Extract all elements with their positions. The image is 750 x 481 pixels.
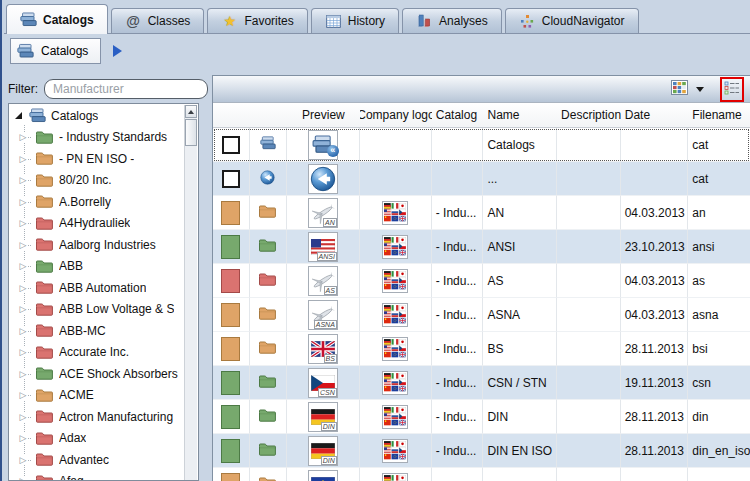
column-header-catalog[interactable]: Catalog [432, 103, 484, 127]
tree-collapsed-arrow-icon[interactable]: ▷ [18, 326, 28, 336]
column-header-company-logo[interactable]: Company logo [360, 103, 432, 127]
catalogs-button[interactable]: Catalogs [10, 38, 101, 64]
type-icon-cell [250, 332, 287, 366]
tree-collapsed-arrow-icon[interactable]: ▷ [18, 218, 28, 228]
folder-icon [258, 306, 277, 324]
status-color-orange [221, 201, 240, 225]
tree-item-catalogs-root[interactable]: Catalogs [11, 105, 184, 127]
tree-collapsed-arrow-icon[interactable]: ▷ [18, 175, 28, 185]
column-header-description[interactable]: Description [557, 103, 621, 127]
table-header: PreviewCompany logoCatalogNameDescriptio… [213, 103, 750, 128]
scrollbar-thumb[interactable] [185, 119, 197, 146]
filename-cell: asna [688, 298, 750, 332]
scroll-up-button[interactable] [185, 105, 197, 118]
type-icon-cell [250, 400, 287, 434]
tree-expanded-arrow-icon[interactable] [15, 112, 22, 119]
tree-item-adax[interactable]: ▷ Adax [11, 428, 184, 450]
tree-item-afag[interactable]: ▷ Afag [11, 471, 184, 481]
tree-item-label: ACME [59, 388, 94, 402]
tab-history[interactable]: History [311, 8, 399, 33]
tree-item-abb-automation[interactable]: ▷ ABB Automation [11, 277, 184, 299]
tree-item-ace-shock-absorbers[interactable]: ▷ ACE Shock Absorbers [11, 363, 184, 385]
tree-collapsed-arrow-icon[interactable]: ▷ [18, 261, 28, 271]
table-row-din[interactable]: DIN - Indu... DIN 28.11.2013 din [213, 400, 750, 434]
preview-cell [287, 468, 361, 481]
table-row-catalogs[interactable]: « Catalogs cat [213, 128, 750, 162]
column-header-filename[interactable]: Filename [688, 103, 750, 127]
preview-label: AN [323, 218, 337, 227]
column-header-name[interactable]: Name [483, 103, 557, 127]
tree-item-abb-low-voltage-s[interactable]: ▷ ABB Low Voltage & S [11, 299, 184, 321]
tab-favorites[interactable]: ★ Favorites [207, 8, 307, 33]
column-header[interactable] [250, 103, 287, 127]
row-checkbox[interactable] [222, 136, 240, 154]
tree-collapsed-arrow-icon[interactable]: ▷ [18, 369, 28, 379]
tree-item-a4hydrauliek[interactable]: ▷ A4Hydrauliek [11, 213, 184, 235]
tree-item-aalborg-industries[interactable]: ▷ Aalborg Industries [11, 234, 184, 256]
tree-item-a-borrelly[interactable]: ▷ A.Borrelly [11, 191, 184, 213]
tree-item-label: Adax [59, 431, 86, 445]
details-view-button[interactable] [720, 77, 744, 102]
tree-item-pn-en-iso[interactable]: ▷ - PN EN ISO - [11, 148, 184, 170]
tree-collapsed-arrow-icon[interactable]: ▷ [18, 154, 28, 164]
status-color-red [221, 269, 240, 293]
tree-collapsed-arrow-icon[interactable]: ▷ [18, 455, 28, 465]
tab-catalogs[interactable]: Catalogs [6, 4, 108, 34]
tab-label: CloudNavigator [542, 14, 625, 28]
tree-item-industry-standards[interactable]: ▷ - Industry Standards [11, 127, 184, 149]
folder-icon [35, 409, 54, 424]
company-logo-flags [382, 371, 408, 395]
dropdown-arrow-icon[interactable] [696, 87, 704, 92]
table-row-csn-stn[interactable]: CSN - Indu... CSN / STN 19.11.2013 csn [213, 366, 750, 400]
name-cell: ASNA [483, 298, 557, 332]
grid-view-button[interactable] [671, 80, 688, 98]
table-row-ansi[interactable]: ANSI - Indu... ANSI 23.10.2013 ansi [213, 230, 750, 264]
table-row-[interactable]: ... cat [213, 162, 750, 196]
table-row-an[interactable]: AN - Indu... AN 04.03.2013 an [213, 196, 750, 230]
books-icon [260, 136, 276, 153]
tree-item-80-20-inc[interactable]: ▷ 80/20 Inc. [11, 170, 184, 192]
table-row-asna[interactable]: ASNA - Indu... ASNA 04.03.2013 asna [213, 298, 750, 332]
table-row-bs[interactable]: BS - Indu... BS 28.11.2013 bsi [213, 332, 750, 366]
grid-view-icon [671, 80, 688, 98]
tree-collapsed-arrow-icon[interactable]: ▷ [18, 433, 28, 443]
tab-classes[interactable]: @ Classes [111, 8, 205, 33]
tree-item-actron-manufacturing[interactable]: ▷ Actron Manufacturing [11, 406, 184, 428]
preview-label: BS [324, 354, 337, 363]
company-logo-flags [382, 405, 408, 429]
tree-collapsed-arrow-icon[interactable]: ▷ [18, 240, 28, 250]
tab-cloudnavigator[interactable]: CloudNavigator [505, 8, 639, 33]
filename-cell: as [688, 264, 750, 298]
tab-analyses[interactable]: Analyses [402, 8, 502, 33]
table-row[interactable] [213, 468, 750, 481]
tree-collapsed-arrow-icon[interactable]: ▷ [18, 390, 28, 400]
column-header-date[interactable]: Date [621, 103, 689, 127]
tree-collapsed-arrow-icon[interactable]: ▷ [18, 304, 28, 314]
table-row-as[interactable]: AS - Indu... AS 04.03.2013 as [213, 264, 750, 298]
tree-collapsed-arrow-icon[interactable]: ▷ [18, 197, 28, 207]
tree-item-abb-mc[interactable]: ▷ ABB-MC [11, 320, 184, 342]
date-cell: 28.11.2013 [621, 434, 689, 468]
tree-item-acme[interactable]: ▷ ACME [11, 385, 184, 407]
company-logo-cell [360, 400, 432, 434]
tree-collapsed-arrow-icon[interactable]: ▷ [18, 476, 28, 480]
filter-input[interactable] [44, 79, 208, 99]
description-cell [557, 366, 621, 400]
table-row-din-en-iso[interactable]: DIN - Indu... DIN EN ISO 28.11.2013 din_… [213, 434, 750, 468]
tab-label: Classes [148, 14, 191, 28]
tree-collapsed-arrow-icon[interactable]: ▷ [18, 347, 28, 357]
tree-scrollbar[interactable] [184, 105, 197, 480]
row-checkbox[interactable] [222, 170, 240, 188]
column-header-preview[interactable]: Preview [287, 103, 361, 127]
tree-collapsed-arrow-icon[interactable]: ▷ [18, 283, 28, 293]
tree-collapsed-arrow-icon[interactable]: ▷ [18, 412, 28, 422]
tree-item-advantec[interactable]: ▷ Advantec [11, 449, 184, 471]
folder-icon [35, 259, 54, 274]
select-cell [213, 264, 250, 298]
tree-item-accurate-inc[interactable]: ▷ Accurate Inc. [11, 342, 184, 364]
column-header[interactable] [213, 103, 250, 127]
tree-collapsed-arrow-icon[interactable]: ▷ [18, 132, 28, 142]
play-arrow-icon[interactable] [113, 45, 122, 57]
preview-cell: AN [287, 196, 361, 230]
tree-item-abb[interactable]: ▷ ABB [11, 256, 184, 278]
